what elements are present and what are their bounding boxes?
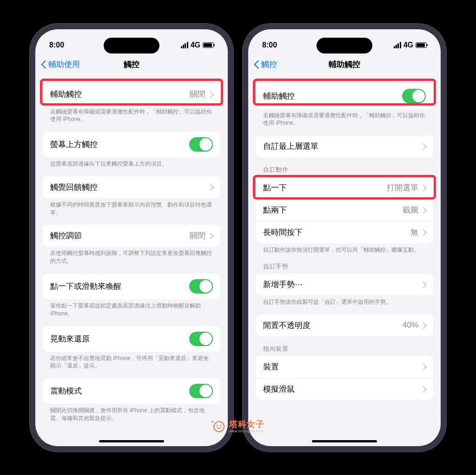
chevron-left-icon — [254, 60, 259, 69]
back-label: 觸控 — [261, 59, 277, 70]
row-assistive-touch[interactable]: 輔助觸控 — [256, 83, 433, 109]
row-shake-undo[interactable]: 晃動來還原 — [43, 326, 220, 352]
row-value: 40% — [403, 321, 418, 330]
signal-icon — [181, 42, 188, 48]
footer-text: 當你點一下螢幕或從鎖定畫面底部邊緣往上滑動時喚醒並解鎖 iPhone。 — [43, 299, 220, 318]
toggle-switch[interactable] — [189, 332, 213, 346]
row-value: 打開選單 — [387, 182, 418, 193]
row-idle-opacity[interactable]: 閒置不透明度 40% — [256, 314, 433, 336]
row-label: 裝置 — [263, 361, 422, 372]
phone-left: 8:00 4G 輔助使用 觸控 輔助觸控 關閉 — [30, 24, 233, 452]
row-haptic-touch[interactable]: 觸覺回饋觸控 — [43, 176, 220, 198]
toggle-switch[interactable] — [402, 89, 426, 103]
row-reachability[interactable]: 螢幕上方觸控 — [43, 132, 220, 157]
footer-text: 根據不同的時間長度按下螢幕來顯示內容預覽、動作和項目特色選單。 — [43, 198, 220, 217]
row-label: 長時間按下 — [263, 227, 410, 238]
footer-text: 關閉此切換開關後，會停用所有 iPhone 上的震動模式，包含地震、海嘯和其他緊… — [43, 404, 220, 422]
page-title: 觸控 — [124, 59, 139, 70]
footer-text: 若觸碰螢幕有障礙或需要適應性配件時，「輔助觸控」可以協助你使用 iPhone。 — [256, 109, 433, 127]
nav-bar: 觸控 輔助觸控 — [248, 54, 441, 75]
row-label: 觸覺回饋觸控 — [50, 182, 209, 193]
screen-right: 8:00 4G 觸控 輔助觸控 輔助觸控 — [248, 29, 441, 446]
row-value: 關閉 — [190, 89, 205, 100]
watermark: ✦ 塔科女子 www.tech-girlz.com — [212, 419, 264, 434]
row-customize-menu[interactable]: 自訂最上層選單 — [256, 135, 433, 157]
chevron-right-icon — [422, 207, 426, 213]
row-label: 新增手勢⋯ — [263, 279, 422, 290]
chevron-right-icon — [422, 185, 426, 191]
row-label: 晃動來還原 — [50, 334, 189, 344]
phone-right: 8:00 4G 觸控 輔助觸控 輔助觸控 — [243, 24, 446, 452]
group-opacity: 閒置不透明度 40% — [256, 314, 433, 336]
battery-icon — [416, 42, 427, 48]
toggle-switch[interactable] — [189, 137, 213, 152]
chevron-right-icon — [422, 229, 426, 235]
group-header: 自訂動作 — [256, 166, 433, 177]
row-label: 震動模式 — [50, 386, 189, 396]
screen-left: 8:00 4G 輔助使用 觸控 輔助觸控 關閉 — [35, 29, 228, 446]
chevron-right-icon — [422, 281, 426, 288]
page-title: 輔助觸控 — [329, 59, 360, 70]
status-right: 4G — [394, 41, 427, 49]
back-button[interactable]: 輔助使用 — [41, 59, 80, 70]
row-tap-to-wake[interactable]: 點一下或滑動來喚醒 — [43, 274, 220, 299]
row-label: 自訂最上層選單 — [263, 141, 422, 152]
row-label: 模擬滑鼠 — [263, 384, 422, 395]
chevron-right-icon — [209, 233, 213, 239]
group-assistive: 輔助觸控 若觸碰螢幕有障礙或需要適應性配件時，「輔助觸控」可以協助你使用 iPh… — [256, 83, 433, 127]
row-value: 截圖 — [403, 205, 418, 215]
row-new-gesture[interactable]: 新增手勢⋯ — [256, 274, 433, 295]
dynamic-island — [317, 38, 372, 54]
home-indicator[interactable] — [99, 440, 164, 442]
chevron-right-icon — [422, 143, 426, 149]
row-label: 觸控調節 — [50, 230, 190, 241]
row-touch-accommodations[interactable]: 觸控調節 關閉 — [43, 225, 220, 247]
content-left[interactable]: 輔助觸控 關閉 若觸碰螢幕有障礙或需要適應性配件時，「輔助觸控」可以協助你使用 … — [35, 75, 228, 446]
battery-icon — [203, 42, 214, 48]
row-vibration[interactable]: 震動模式 — [43, 378, 220, 404]
toggle-switch[interactable] — [189, 279, 213, 294]
signal-icon — [394, 42, 401, 48]
footer-text: 若你經常會不自覺地晃動 iPhone，可停用「晃動來還原」來避免顯示「還原」提示… — [43, 352, 220, 370]
content-right[interactable]: 輔助觸控 若觸碰螢幕有障礙或需要適應性配件時，「輔助觸控」可以協助你使用 iPh… — [248, 75, 441, 446]
toggle-switch[interactable] — [189, 384, 213, 398]
footer-text: 若使用觸控螢幕時感到困難，可調整下列設定來更改螢幕回應觸控的方式。 — [43, 247, 220, 265]
row-mouse-keys[interactable]: 模擬滑鼠 — [256, 378, 433, 400]
nav-bar: 輔助使用 觸控 — [35, 54, 228, 75]
row-assistive-touch[interactable]: 輔助觸控 關閉 — [43, 83, 220, 105]
row-value: 無 — [410, 227, 418, 238]
group-haptic: 觸覺回饋觸控 根據不同的時間長度按下螢幕來顯示內容預覽、動作和項目特色選單。 — [43, 176, 220, 217]
chevron-right-icon — [422, 364, 426, 370]
status-time: 8:00 — [49, 41, 64, 49]
row-label: 點一下 — [263, 182, 387, 193]
chevron-right-icon — [422, 386, 426, 392]
row-label: 輔助觸控 — [263, 91, 402, 101]
group-header: 自訂手勢 — [256, 262, 433, 274]
back-label: 輔助使用 — [48, 59, 80, 70]
home-indicator[interactable] — [312, 440, 377, 442]
group-assistive: 輔助觸控 關閉 若觸碰螢幕有障礙或需要適應性配件時，「輔助觸控」可以協助你使用 … — [43, 83, 220, 124]
row-single-tap[interactable]: 點一下 打開選單 — [256, 177, 433, 199]
chevron-right-icon — [209, 91, 213, 97]
watermark-url: www.tech-girlz.com — [229, 429, 264, 433]
group-custom-gestures: 自訂手勢 新增手勢⋯ 自訂手勢讓你錄製可從「自訂」選單中啟用的手勢。 — [256, 262, 433, 306]
footer-text: 自訂動作讓你無須打開選單，也可以與「輔助觸控」圖像互動。 — [256, 243, 433, 254]
row-label: 點一下或滑動來喚醒 — [50, 281, 189, 292]
back-button[interactable]: 觸控 — [254, 59, 277, 70]
group-vibration: 震動模式 關閉此切換開關後，會停用所有 iPhone 上的震動模式，包含地震、海… — [43, 378, 220, 422]
group-custom-actions: 自訂動作 點一下 打開選單 點兩下 截圖 長時間按下 無 — [256, 166, 433, 254]
row-label: 螢幕上方觸控 — [50, 139, 189, 150]
footer-text: 自訂手勢讓你錄製可從「自訂」選單中啟用的手勢。 — [256, 295, 433, 306]
row-label: 閒置不透明度 — [263, 320, 403, 331]
row-long-press[interactable]: 長時間按下 無 — [256, 221, 433, 243]
group-tapwake: 點一下或滑動來喚醒 當你點一下螢幕或從鎖定畫面底部邊緣往上滑動時喚醒並解鎖 iP… — [43, 274, 220, 318]
chevron-right-icon — [209, 184, 213, 190]
row-devices[interactable]: 裝置 — [256, 356, 433, 378]
footer-text: 若觸碰螢幕有障礙或需要適應性配件時，「輔助觸控」可以協助你使用 iPhone。 — [43, 105, 220, 124]
status-time: 8:00 — [262, 41, 277, 49]
watermark-text: 塔科女子 — [229, 420, 264, 428]
row-double-tap[interactable]: 點兩下 截圖 — [256, 199, 433, 221]
row-label: 輔助觸控 — [50, 89, 190, 100]
group-reachability: 螢幕上方觸控 從螢幕底部邊緣向下拉來觸控螢幕上方的項目。 — [43, 132, 220, 168]
group-shake: 晃動來還原 若你經常會不自覺地晃動 iPhone，可停用「晃動來還原」來避免顯示… — [43, 326, 220, 370]
